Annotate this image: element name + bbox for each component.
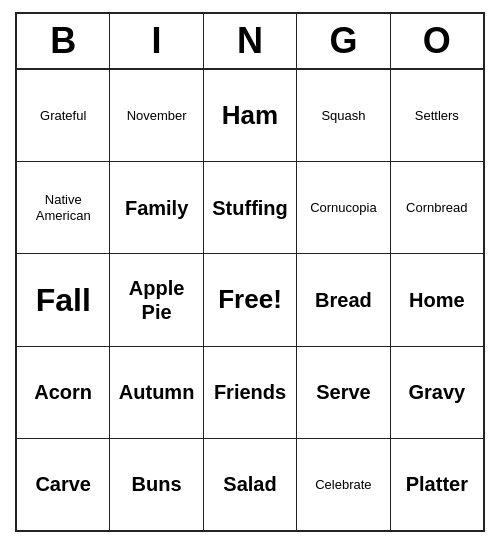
table-row: CarveBunsSaladCelebratePlatter <box>17 439 483 530</box>
list-item: Free! <box>204 254 297 345</box>
list-item: Apple Pie <box>110 254 203 345</box>
list-item: Autumn <box>110 347 203 438</box>
list-item: Cornucopia <box>297 162 390 253</box>
header-letter: N <box>204 14 297 68</box>
list-item: Settlers <box>391 70 483 161</box>
list-item: Serve <box>297 347 390 438</box>
list-item: Carve <box>17 439 110 530</box>
header-letter: B <box>17 14 110 68</box>
list-item: Buns <box>110 439 203 530</box>
table-row: AcornAutumnFriendsServeGravy <box>17 347 483 439</box>
list-item: Acorn <box>17 347 110 438</box>
list-item: Grateful <box>17 70 110 161</box>
table-row: FallApple PieFree!BreadHome <box>17 254 483 346</box>
list-item: Gravy <box>391 347 483 438</box>
list-item: Cornbread <box>391 162 483 253</box>
list-item: Native American <box>17 162 110 253</box>
list-item: Squash <box>297 70 390 161</box>
table-row: Native AmericanFamilyStuffingCornucopiaC… <box>17 162 483 254</box>
bingo-card: BINGO GratefulNovemberHamSquashSettlersN… <box>15 12 485 532</box>
list-item: November <box>110 70 203 161</box>
list-item: Celebrate <box>297 439 390 530</box>
list-item: Bread <box>297 254 390 345</box>
list-item: Ham <box>204 70 297 161</box>
list-item: Family <box>110 162 203 253</box>
list-item: Home <box>391 254 483 345</box>
bingo-body: GratefulNovemberHamSquashSettlersNative … <box>17 70 483 530</box>
list-item: Stuffing <box>204 162 297 253</box>
header-letter: I <box>110 14 203 68</box>
list-item: Fall <box>17 254 110 345</box>
header-letter: O <box>391 14 483 68</box>
list-item: Salad <box>204 439 297 530</box>
list-item: Platter <box>391 439 483 530</box>
header-letter: G <box>297 14 390 68</box>
list-item: Friends <box>204 347 297 438</box>
bingo-header: BINGO <box>17 14 483 70</box>
table-row: GratefulNovemberHamSquashSettlers <box>17 70 483 162</box>
